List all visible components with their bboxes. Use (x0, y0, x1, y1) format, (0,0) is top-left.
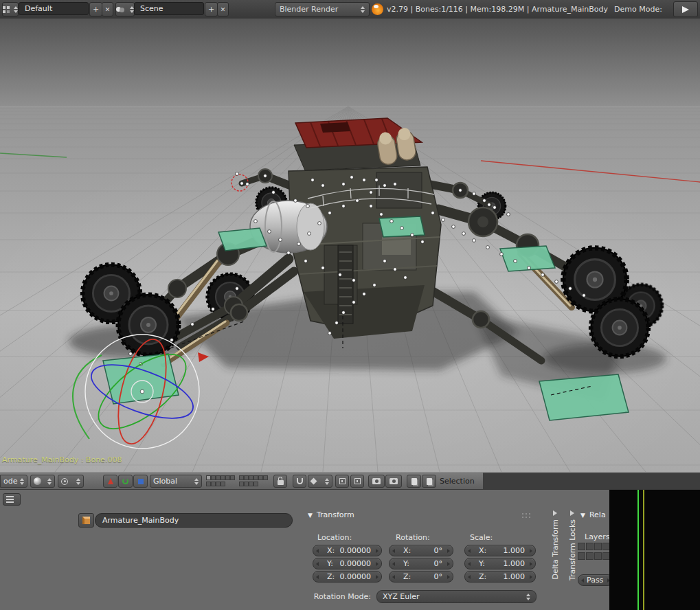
location-x-field[interactable]: X: 0.00000 (313, 545, 382, 556)
field-value: 1.000 (504, 559, 526, 568)
object-layer-cell[interactable] (594, 552, 602, 560)
field-value: 1.000 (504, 572, 526, 581)
location-column-label: Location: (317, 533, 352, 542)
rotation-mode-label: Rotation Mode: (308, 592, 371, 601)
pivot-icon (61, 478, 68, 485)
blender-logo (372, 3, 383, 15)
transform-panel-header[interactable]: ▼ Transform (308, 510, 354, 519)
dropdown-arrows-icon (11, 6, 18, 13)
render-opengl-button[interactable] (368, 475, 385, 488)
rotation-x-field[interactable]: X: 0° (389, 545, 453, 556)
field-value: 0.00000 (340, 546, 372, 555)
object-name-field[interactable]: Armature_MainBody (95, 513, 293, 528)
object-cube-icon (82, 517, 90, 524)
snap-peel-button[interactable] (350, 475, 364, 488)
delete-scene-button[interactable]: ✕ (217, 2, 229, 16)
field-label: Pass (587, 576, 603, 585)
paste-pose-button[interactable] (422, 475, 436, 488)
render-engine-value: Blender Render (280, 5, 338, 14)
field-value: 1.000 (504, 546, 526, 555)
scale-manipulator-button[interactable] (133, 475, 148, 488)
viewport-header: ode Global (0, 472, 700, 490)
close-icon: ✕ (105, 6, 111, 13)
scene-name-field[interactable]: Scene (134, 2, 204, 15)
panel-tab-label: Delta Transform (551, 519, 560, 580)
relations-panel-title: Rela (589, 510, 606, 519)
lock-to-scene-button[interactable] (273, 475, 287, 488)
collapse-triangle-icon: ▼ (308, 512, 313, 519)
screen-layout-field[interactable]: Default (19, 2, 89, 15)
viewport-scene[interactable] (0, 19, 700, 472)
delete-layout-button[interactable]: ✕ (102, 2, 113, 16)
panel-drag-handle[interactable] (522, 513, 533, 519)
snap-element-dropdown[interactable] (308, 475, 332, 488)
dropdown-arrows-icon (17, 478, 24, 485)
layers-grid-right[interactable] (239, 475, 268, 488)
editor-grid-icon (3, 6, 10, 13)
location-z-field[interactable]: Z: 0.00000 (313, 571, 382, 583)
copy-pose-button[interactable] (407, 475, 421, 488)
add-scene-button[interactable]: + (205, 2, 218, 16)
expand-arrow-icon (570, 510, 574, 516)
object-layer-cell[interactable] (586, 552, 594, 560)
editor-type-button-bottom[interactable] (3, 493, 21, 506)
copy-icon (411, 478, 417, 485)
shading-sphere-icon (34, 477, 41, 485)
axis-label: Z: (403, 572, 411, 581)
scale-y-field[interactable]: Y: 1.000 (464, 558, 536, 569)
axis-label: Y: (327, 559, 333, 568)
object-layer-cell[interactable] (594, 543, 602, 550)
object-layer-cell[interactable] (578, 543, 585, 550)
close-icon: ✕ (221, 6, 226, 13)
dropdown-arrows-icon (358, 6, 365, 13)
snap-toggle-button[interactable] (293, 475, 306, 488)
axis-label: X: (479, 546, 486, 555)
viewport-shading-dropdown[interactable] (30, 475, 55, 488)
mode-dropdown[interactable]: ode (0, 475, 27, 488)
layers-label: Layers (585, 532, 609, 541)
scale-x-field[interactable]: X: 1.000 (464, 545, 536, 556)
selection-label: Selection (440, 477, 475, 486)
magnet-icon (297, 478, 303, 484)
header-empty-region (483, 473, 700, 490)
rotate-manipulator-button[interactable] (118, 475, 133, 488)
pass-index-field[interactable]: Pass (578, 574, 613, 586)
status-info-text: v2.79 | Bones:1/116 | Mem:198.29M | Arma… (387, 5, 608, 14)
render-engine-dropdown[interactable]: Blender Render (275, 2, 370, 16)
play-icon (682, 6, 689, 13)
properties-editor: Armature_MainBody ▼ Transform Location: … (0, 489, 700, 610)
clipped-editor-region (609, 490, 700, 610)
dropdown-arrows-icon (74, 478, 80, 485)
add-layout-button[interactable]: + (89, 2, 102, 16)
collapse-triangle-icon: ▼ (580, 512, 585, 519)
scene-browse-button[interactable] (115, 2, 135, 16)
transform-orientation-dropdown[interactable]: Global (150, 475, 202, 488)
demo-play-button[interactable] (673, 1, 698, 17)
panel-tab-delta-transform[interactable]: Delta Transform (547, 510, 563, 605)
editor-type-button[interactable] (2, 2, 19, 16)
scale-column-label: Scale: (470, 533, 493, 542)
location-y-field[interactable]: Y: 0.00000 (313, 558, 382, 569)
object-data-icon-button[interactable] (78, 513, 94, 528)
axis-label: Y: (403, 559, 409, 568)
translate-manipulator-button[interactable] (103, 475, 117, 488)
dropdown-arrows-icon (523, 594, 530, 600)
lock-icon (278, 480, 284, 485)
rotation-z-field[interactable]: Z: 0° (389, 571, 453, 583)
snap-target-button[interactable] (335, 475, 349, 488)
rotation-mode-dropdown[interactable]: XYZ Euler (376, 590, 537, 603)
object-layer-cell[interactable] (578, 552, 585, 560)
pivot-point-dropdown[interactable] (58, 475, 84, 488)
viewport-3d[interactable]: Armature_MainBody : Bone.008 (0, 19, 700, 472)
transform-panel-title: Transform (317, 510, 354, 519)
object-layer-cell[interactable] (586, 543, 594, 550)
scale-z-field[interactable]: Z: 1.000 (464, 571, 536, 583)
dropdown-arrows-icon (45, 478, 52, 485)
relations-panel-header[interactable]: ▼ Rela (580, 510, 606, 519)
mode-value: ode (3, 477, 17, 486)
render-opengl-anim-button[interactable] (385, 475, 402, 488)
dropdown-arrows-icon (192, 478, 199, 485)
rotation-y-field[interactable]: Y: 0° (389, 558, 453, 569)
layers-grid-left[interactable] (206, 475, 235, 488)
green-marker-line (637, 490, 639, 610)
